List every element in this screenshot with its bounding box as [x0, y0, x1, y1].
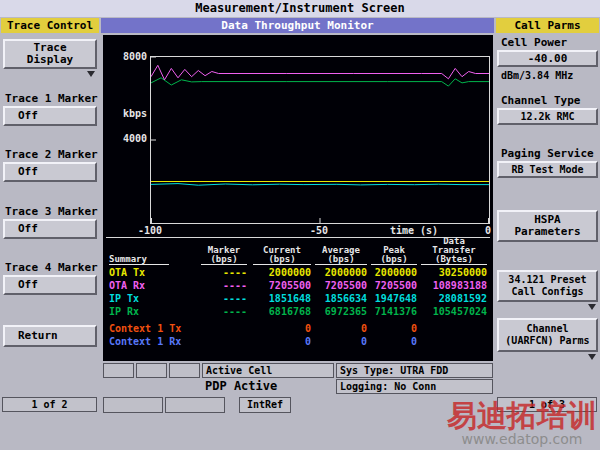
- preset-more-icon: [588, 304, 596, 310]
- y-axis-max-label: 8000: [117, 52, 147, 62]
- trace-3-marker-label: Trace 3 Marker: [0, 206, 105, 218]
- channel-type-label: Channel Type: [496, 95, 600, 107]
- trace-display-line2: Display: [27, 54, 73, 66]
- x-axis-mid-label: -50: [303, 226, 335, 236]
- trace-2-marker-label: Trace 2 Marker: [0, 149, 105, 161]
- preset-line2: Call Configs: [511, 286, 583, 298]
- table-row: IP Tx ---- 1851648 1856634 1947648 28081…: [103, 293, 493, 305]
- peak-value: 2000000: [371, 267, 417, 279]
- marker-value: ----: [201, 293, 247, 305]
- current-value: 1851648: [253, 293, 311, 305]
- channel-parms-line1: Channel: [526, 323, 568, 335]
- hspa-line2: Parameters: [514, 226, 580, 238]
- marker-value: ----: [201, 306, 247, 318]
- table-row: OTA Tx ---- 2000000 2000000 2000000 3025…: [103, 267, 493, 279]
- peak-value: 1947648: [371, 293, 417, 305]
- row-label: Context 1 Rx: [109, 336, 199, 348]
- chart-frame: [150, 56, 490, 224]
- trace-1-marker-label: Trace 1 Marker: [0, 93, 105, 105]
- cell-power-unit: dBm/3.84 MHz: [496, 70, 600, 82]
- table-row: OTA Rx ---- 7205500 7205500 7205500 1089…: [103, 280, 493, 292]
- watermark: 易迪拓培训 www.edatop.com: [447, 400, 597, 447]
- average-value: 0: [315, 336, 367, 348]
- throughput-monitor-screen: 8000 kbps 4000 -100 -50 time (s) 0 Summa…: [103, 35, 493, 361]
- average-value: 7205500: [315, 280, 367, 292]
- x-axis-right-label: 0: [478, 226, 498, 236]
- return-button[interactable]: Return: [3, 325, 97, 347]
- transfer-value: 108983188: [421, 280, 487, 292]
- average-value: 6972365: [315, 306, 367, 318]
- trace-3-marker-button[interactable]: Off: [3, 219, 97, 239]
- current-value: 7205500: [253, 280, 311, 292]
- col-marker: Marker (bps): [201, 246, 247, 265]
- row-label: OTA Rx: [109, 280, 199, 292]
- monitor-header: Data Throughput Monitor: [101, 18, 494, 33]
- status-slot: [103, 363, 134, 378]
- table-row: Context 1 Tx 0 0 0: [103, 323, 493, 335]
- cell-power-label: Cell Power: [496, 37, 600, 49]
- current-value: 0: [253, 336, 311, 348]
- pdp-status: PDP Active: [205, 379, 337, 394]
- current-value: 6816768: [253, 306, 311, 318]
- trace-display-more-icon: [87, 71, 95, 77]
- intref-status: IntRef: [239, 397, 291, 413]
- paging-service-label: Paging Service: [496, 148, 600, 160]
- left-page-indicator: 1 of 2: [2, 397, 97, 412]
- y-axis-mid-label: 4000: [117, 134, 147, 144]
- peak-value: 0: [371, 336, 417, 348]
- y-axis-unit-label: kbps: [115, 109, 147, 119]
- watermark-cn-text: 易迪拓培训: [447, 400, 597, 432]
- average-value: 1856634: [315, 293, 367, 305]
- hspa-parameters-button[interactable]: HSPA Parameters: [497, 210, 598, 242]
- col-transfer: Data Transfer (Bytes): [421, 237, 487, 265]
- paging-service-button[interactable]: RB Test Mode: [497, 161, 598, 178]
- page-title: Measurement/Instrument Screen: [0, 0, 600, 17]
- col-peak: Peak (bps): [371, 246, 417, 265]
- status-slot: [103, 397, 163, 413]
- trace-control-header: Trace Control: [1, 18, 99, 33]
- status-slot: [165, 397, 225, 413]
- cell-power-button[interactable]: -40.00: [497, 50, 598, 67]
- average-value: 0: [315, 323, 367, 335]
- status-slot: [169, 363, 200, 378]
- sys-type-status: Sys Type: UTRA FDD: [336, 363, 493, 378]
- marker-value: ----: [201, 280, 247, 292]
- peak-value: 0: [371, 323, 417, 335]
- col-average: Average (bps): [315, 246, 367, 265]
- col-current: Current (bps): [253, 246, 311, 265]
- channel-parms-line2: (UARFCN) Parms: [505, 335, 589, 347]
- x-axis-title: time (s): [381, 226, 447, 236]
- col-summary: Summary: [109, 255, 169, 265]
- channel-parms-more-icon: [588, 354, 596, 360]
- row-label: OTA Tx: [109, 267, 199, 279]
- throughput-plot: [151, 57, 489, 223]
- table-row: IP Rx ---- 6816768 6972365 7141376 10545…: [103, 306, 493, 318]
- trace-2-marker-button[interactable]: Off: [3, 162, 97, 182]
- transfer-value: 105457024: [421, 306, 487, 318]
- active-cell-status: Active Cell: [202, 363, 334, 378]
- preset-call-configs-button[interactable]: 34.121 Preset Call Configs: [497, 270, 598, 302]
- status-slot: [136, 363, 167, 378]
- marker-value: ----: [201, 267, 247, 279]
- trace-1-marker-button[interactable]: Off: [3, 106, 97, 126]
- peak-value: 7141376: [371, 306, 417, 318]
- channel-type-button[interactable]: 12.2k RMC: [497, 108, 598, 125]
- average-value: 2000000: [315, 267, 367, 279]
- trace-display-button[interactable]: Trace Display: [3, 39, 97, 69]
- row-label: IP Tx: [109, 293, 199, 305]
- channel-uarfcn-parms-button[interactable]: Channel (UARFCN) Parms: [497, 318, 598, 352]
- current-value: 0: [253, 323, 311, 335]
- x-axis-left-label: -100: [133, 226, 167, 236]
- trace-4-marker-button[interactable]: Off: [3, 275, 97, 295]
- trace-4-marker-label: Trace 4 Marker: [0, 262, 105, 274]
- watermark-url-text: www.edatop.com: [447, 432, 597, 447]
- current-value: 2000000: [253, 267, 311, 279]
- transfer-value: 30250000: [421, 267, 487, 279]
- logging-status: Logging: No Conn: [336, 379, 493, 394]
- row-label: Context 1 Tx: [109, 323, 199, 335]
- preset-line1: 34.121 Preset: [508, 274, 586, 286]
- row-label: IP Rx: [109, 306, 199, 318]
- instrument-screen: Measurement/Instrument Screen Trace Cont…: [0, 0, 600, 450]
- call-parms-header: Call Parms: [496, 18, 599, 33]
- table-header-row: Summary Marker (bps) Current (bps) Avera…: [103, 239, 493, 265]
